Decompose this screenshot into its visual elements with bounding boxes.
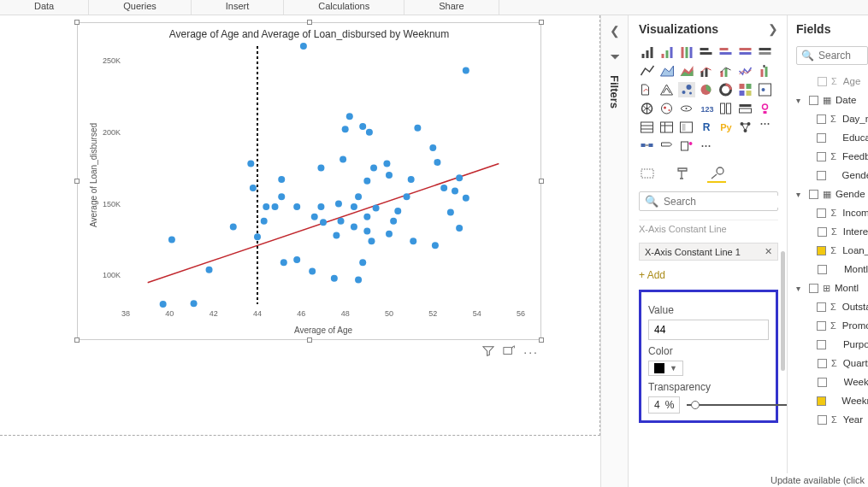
focus-mode-icon[interactable] <box>503 345 515 360</box>
viz-type-icon[interactable] <box>678 138 695 154</box>
ribbon-tab-queries[interactable]: Queries <box>89 0 192 15</box>
constant-line-item[interactable]: X-Axis Constant Line 1 ✕ <box>639 243 778 261</box>
more-options-icon[interactable]: ··· <box>523 345 539 360</box>
ribbon-tab-calculations[interactable]: Calculations <box>284 0 404 15</box>
viz-type-icon[interactable]: 123 <box>698 101 715 116</box>
viz-type-icon[interactable]: Py <box>717 120 735 135</box>
line-properties-highlight: Value Color ▼ Transparency 4 % <box>639 290 778 423</box>
viz-search-input[interactable] <box>664 196 787 208</box>
field-row[interactable]: Weekn <box>796 391 868 410</box>
svg-point-39 <box>278 193 285 200</box>
ribbon-tab-share[interactable]: Share <box>404 0 499 15</box>
field-row[interactable]: Purpo <box>796 335 868 354</box>
svg-point-76 <box>168 237 175 244</box>
status-bar[interactable]: Update available (click <box>767 473 868 487</box>
resize-handle[interactable] <box>539 179 544 184</box>
prev-section-row[interactable]: X-Axis Constant Line <box>639 220 778 238</box>
viz-type-icon[interactable] <box>639 44 656 60</box>
field-row[interactable]: Promo <box>796 316 868 335</box>
viz-type-icon[interactable] <box>639 82 656 97</box>
viz-type-icon[interactable] <box>639 120 656 135</box>
viz-type-icon[interactable] <box>757 44 774 60</box>
expand-filters-icon[interactable]: ❮ <box>610 24 620 38</box>
ribbon-tab-insert[interactable]: Insert <box>192 0 285 15</box>
viz-type-icon[interactable] <box>737 101 754 116</box>
field-row[interactable]: Montl <box>796 260 868 279</box>
viz-type-icon[interactable] <box>698 63 715 79</box>
color-picker[interactable]: ▼ <box>648 361 683 376</box>
field-row[interactable]: ▾⊞Montl <box>796 279 868 297</box>
viz-type-icon[interactable] <box>658 138 676 154</box>
viz-type-icon[interactable] <box>737 63 754 79</box>
viz-type-icon[interactable]: R <box>698 120 715 135</box>
viz-search[interactable]: 🔍 <box>639 191 778 211</box>
field-row[interactable]: Year <box>796 410 868 429</box>
resize-handle[interactable] <box>539 20 544 25</box>
add-line-button[interactable]: + Add <box>639 266 778 288</box>
fields-search[interactable]: 🔍 <box>796 46 868 65</box>
viz-type-icon[interactable] <box>678 63 695 79</box>
viz-type-icon[interactable] <box>717 101 735 116</box>
field-row[interactable]: Quart <box>796 354 868 373</box>
viz-type-icon[interactable] <box>737 82 754 97</box>
field-row[interactable]: Educa <box>796 128 868 147</box>
viz-type-icon[interactable] <box>678 101 695 116</box>
viz-type-icon[interactable] <box>639 63 656 79</box>
field-row[interactable]: Intere <box>796 222 868 241</box>
transparency-slider[interactable] <box>687 404 787 406</box>
transparency-value-box[interactable]: 4 % <box>648 396 680 414</box>
svg-point-40 <box>293 203 300 210</box>
value-input[interactable] <box>648 320 769 340</box>
viz-type-icon[interactable] <box>639 101 656 116</box>
viz-type-icon[interactable] <box>717 44 735 60</box>
viz-type-icon[interactable] <box>757 82 774 97</box>
field-row[interactable]: Day_n <box>796 109 868 128</box>
field-row[interactable]: ▾▦Gende <box>796 185 868 203</box>
viz-type-icon[interactable] <box>737 44 754 60</box>
viz-type-icon[interactable] <box>658 44 676 60</box>
filter-icon[interactable] <box>482 345 494 360</box>
ribbon-tab-data[interactable]: Data <box>0 0 89 15</box>
scrollbar[interactable] <box>781 251 785 371</box>
viz-type-icon[interactable] <box>678 120 695 135</box>
resize-handle[interactable] <box>74 337 80 343</box>
field-row[interactable]: ▾▦Date <box>796 91 868 109</box>
viz-type-icon[interactable] <box>658 120 676 135</box>
resize-handle[interactable] <box>307 20 312 25</box>
viz-type-icon[interactable] <box>757 120 774 135</box>
fields-tab[interactable] <box>639 164 658 183</box>
scatter-visual[interactable]: Average of Age and Average of Loan_disbu… <box>77 22 541 340</box>
analytics-tab[interactable] <box>707 164 726 183</box>
field-row[interactable]: Gende <box>796 166 868 185</box>
collapse-viz-icon[interactable]: ❯ <box>768 22 778 36</box>
viz-type-icon[interactable] <box>698 44 715 60</box>
field-row[interactable]: Loan_ <box>796 241 868 260</box>
field-row[interactable]: Age <box>796 72 868 91</box>
viz-type-icon[interactable] <box>757 63 774 79</box>
field-row[interactable]: Feedb <box>796 147 868 166</box>
fields-search-input[interactable] <box>818 50 861 62</box>
resize-handle[interactable] <box>307 337 312 343</box>
field-row[interactable]: Week <box>796 373 868 391</box>
resize-handle[interactable] <box>539 337 544 343</box>
resize-handle[interactable] <box>74 179 80 184</box>
report-canvas[interactable]: Average of Age and Average of Loan_disbu… <box>0 15 600 487</box>
field-row[interactable]: Incom <box>796 203 868 222</box>
viz-type-icon[interactable] <box>658 63 676 79</box>
remove-line-icon[interactable]: ✕ <box>759 246 772 257</box>
viz-type-icon[interactable] <box>639 138 656 154</box>
field-row[interactable]: Outsta <box>796 297 868 316</box>
viz-type-icon[interactable] <box>698 82 715 97</box>
viz-type-icon[interactable] <box>737 120 754 135</box>
viz-type-icon[interactable] <box>678 44 695 60</box>
viz-type-icon[interactable] <box>658 101 676 116</box>
format-tab[interactable] <box>673 164 692 183</box>
show-pane-icon[interactable]: ⏷ <box>609 50 621 63</box>
viz-type-icon[interactable] <box>757 101 774 116</box>
resize-handle[interactable] <box>74 20 80 25</box>
viz-type-icon[interactable] <box>658 82 676 97</box>
viz-type-icon[interactable] <box>698 138 715 154</box>
viz-type-icon[interactable] <box>717 82 735 97</box>
viz-type-icon[interactable] <box>717 63 735 79</box>
viz-type-icon[interactable] <box>678 82 695 97</box>
